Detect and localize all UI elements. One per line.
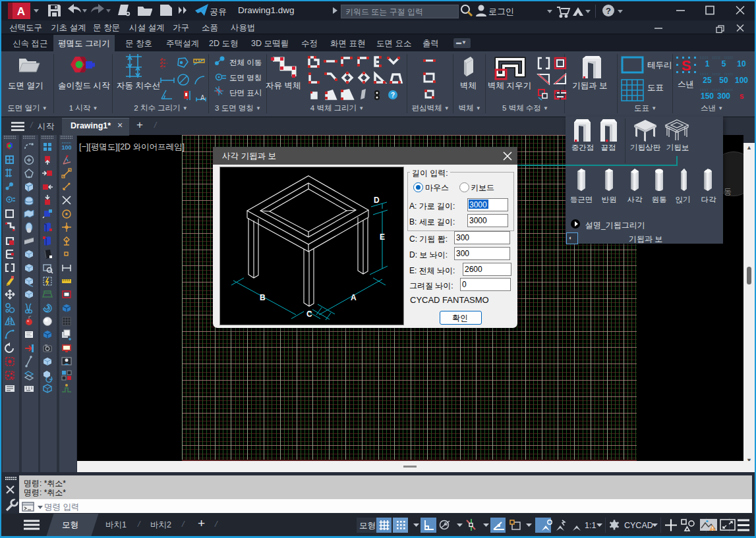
svg-text:다각: 다각 (701, 196, 717, 203)
svg-text:E: E (380, 232, 385, 242)
svg-text:반원: 반원 (602, 196, 617, 203)
svg-text:기됩상판: 기됩상판 (630, 144, 661, 151)
svg-text:B: B (260, 293, 266, 302)
svg-text:CYCAD: CYCAD (624, 521, 653, 530)
svg-text:S: S (682, 57, 691, 74)
svg-text:A: A (351, 293, 357, 302)
svg-text:?: ? (606, 6, 611, 16)
svg-text:1:1: 1:1 (585, 521, 596, 530)
svg-text:끝점: 끝점 (601, 144, 616, 151)
svg-text:D: D (374, 196, 380, 205)
svg-text:A: A (17, 5, 25, 18)
svg-text:C: C (306, 309, 312, 319)
svg-text:사각: 사각 (627, 196, 643, 203)
svg-text:?: ? (391, 92, 395, 99)
svg-text:중간점: 중간점 (571, 144, 595, 151)
svg-text:A: A (200, 94, 205, 101)
svg-text:원통: 원통 (652, 196, 667, 203)
svg-text:등근면: 등근면 (570, 196, 593, 203)
svg-text:100: 100 (61, 144, 71, 151)
svg-text:읹기: 읹기 (676, 196, 691, 203)
svg-text:기됩보: 기됩보 (666, 144, 689, 151)
